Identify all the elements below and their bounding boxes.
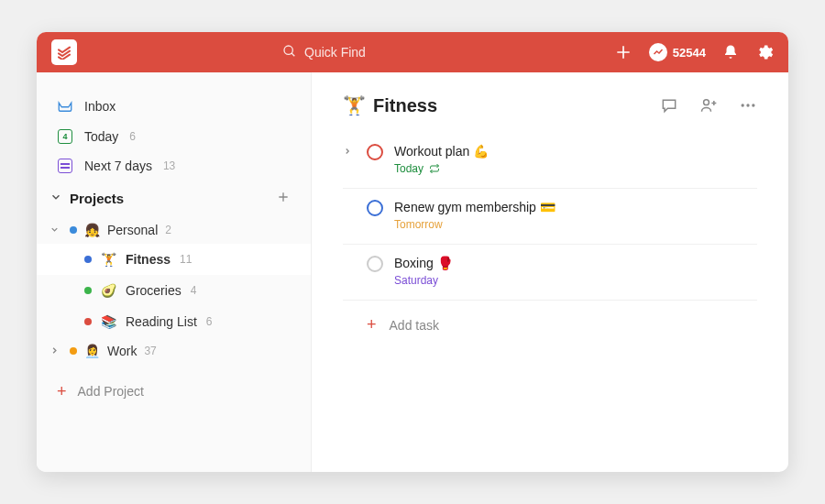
karma-icon xyxy=(649,43,667,61)
today-icon: 4 xyxy=(57,129,73,144)
task-checkbox[interactable] xyxy=(367,256,383,272)
task-due: Saturday xyxy=(394,274,453,287)
project-name: Personal xyxy=(107,223,158,237)
task-checkbox[interactable] xyxy=(367,144,383,160)
next7-label: Next 7 days xyxy=(84,159,152,173)
project-child-row[interactable]: 🏋️Fitness11 xyxy=(37,244,311,275)
svg-point-6 xyxy=(704,100,710,105)
karma-indicator[interactable]: 52544 xyxy=(649,43,706,61)
today-label: Today xyxy=(84,129,118,144)
project-emoji: 🏋️ xyxy=(343,94,366,116)
chevron-icon xyxy=(50,345,62,357)
chevron-right-icon[interactable] xyxy=(343,144,356,158)
app-body: Inbox 4 Today 6 Next 7 days 13 Projects xyxy=(37,72,788,472)
project-emoji: 📚 xyxy=(101,314,116,329)
add-project-button[interactable]: + Add Project xyxy=(37,374,311,409)
project-emoji: 🥑 xyxy=(101,283,116,298)
settings-button[interactable] xyxy=(755,43,774,61)
svg-point-9 xyxy=(742,104,744,106)
inbox-icon xyxy=(57,98,73,115)
sidebar: Inbox 4 Today 6 Next 7 days 13 Projects xyxy=(37,72,312,472)
project-emoji: 👩‍💼 xyxy=(84,344,100,358)
more-button[interactable] xyxy=(739,96,757,115)
next7-count: 13 xyxy=(163,159,175,172)
app-window: Quick Find 52544 xyxy=(37,32,788,472)
notifications-button[interactable] xyxy=(722,44,739,60)
sidebar-item-next7[interactable]: Next 7 days 13 xyxy=(37,151,311,181)
task-list: Workout plan 💪Today Renew gym membership… xyxy=(343,133,757,301)
project-row[interactable]: 👩‍💼Work37 xyxy=(37,337,311,365)
project-name: Groceries xyxy=(126,283,182,298)
task-row[interactable]: Renew gym membership 💳Tomorrow xyxy=(343,189,757,245)
today-count: 6 xyxy=(129,130,136,143)
plus-icon: + xyxy=(367,315,377,334)
comments-button[interactable] xyxy=(660,96,678,115)
project-color-dot xyxy=(84,287,92,294)
main-header: 🏋️ Fitness xyxy=(343,94,757,116)
svg-point-10 xyxy=(746,104,749,106)
top-actions: 52544 xyxy=(614,43,774,61)
chevron-down-icon xyxy=(50,191,64,206)
project-color-dot xyxy=(70,347,77,355)
task-due: Tomorrow xyxy=(394,218,556,231)
add-project-icon[interactable] xyxy=(276,190,291,207)
task-title: Workout plan 💪 xyxy=(394,144,489,159)
project-tree: 👧Personal2🏋️Fitness11🥑Groceries4📚Reading… xyxy=(37,216,311,365)
project-color-dot xyxy=(84,318,92,325)
app-logo[interactable] xyxy=(51,39,77,65)
project-name: Fitness xyxy=(126,252,170,267)
sidebar-item-today[interactable]: 4 Today 6 xyxy=(37,122,311,151)
project-name: Reading List xyxy=(126,314,197,329)
project-count: 37 xyxy=(144,345,156,357)
project-name: Work xyxy=(107,344,137,358)
project-count: 6 xyxy=(206,315,213,328)
page-title: 🏋️ Fitness xyxy=(343,94,437,116)
project-count: 11 xyxy=(180,253,192,266)
project-color-dot xyxy=(84,256,92,263)
share-button[interactable] xyxy=(698,96,719,115)
add-task-button[interactable]: + Add task xyxy=(343,301,757,334)
add-project-label: Add Project xyxy=(78,384,144,399)
project-emoji: 👧 xyxy=(84,223,100,237)
svg-point-11 xyxy=(752,104,754,106)
search-input[interactable]: Quick Find xyxy=(282,44,614,61)
project-row[interactable]: 👧Personal2 xyxy=(37,216,311,244)
project-count: 2 xyxy=(165,224,171,236)
projects-label: Projects xyxy=(70,191,270,206)
quick-add-button[interactable] xyxy=(614,43,632,61)
task-due: Today xyxy=(394,162,489,175)
project-count: 4 xyxy=(191,284,197,297)
task-title: Renew gym membership 💳 xyxy=(394,200,556,214)
search-icon xyxy=(282,44,297,61)
svg-line-1 xyxy=(292,53,294,56)
inbox-label: Inbox xyxy=(84,99,116,114)
svg-point-0 xyxy=(284,46,292,54)
project-emoji: 🏋️ xyxy=(101,252,116,267)
recurring-icon xyxy=(429,163,440,174)
calendar-icon xyxy=(57,159,73,173)
project-child-row[interactable]: 🥑Groceries4 xyxy=(37,275,311,306)
task-title: Boxing 🥊 xyxy=(394,256,453,270)
task-checkbox[interactable] xyxy=(367,200,383,216)
project-color-dot xyxy=(70,226,77,234)
chevron-icon xyxy=(50,225,62,236)
task-row[interactable]: Workout plan 💪Today xyxy=(343,133,757,189)
plus-icon: + xyxy=(57,383,67,400)
task-row[interactable]: Boxing 🥊Saturday xyxy=(343,245,757,301)
add-task-label: Add task xyxy=(390,318,439,333)
karma-points: 52544 xyxy=(673,46,706,60)
main-panel: 🏋️ Fitness Workout plan 💪Today Renew gym… xyxy=(312,72,788,472)
topbar: Quick Find 52544 xyxy=(37,32,788,72)
sidebar-item-inbox[interactable]: Inbox xyxy=(37,91,311,122)
project-name: Fitness xyxy=(373,95,437,116)
search-placeholder: Quick Find xyxy=(304,45,366,60)
project-child-row[interactable]: 📚Reading List6 xyxy=(37,306,311,337)
projects-header[interactable]: Projects xyxy=(37,181,311,216)
